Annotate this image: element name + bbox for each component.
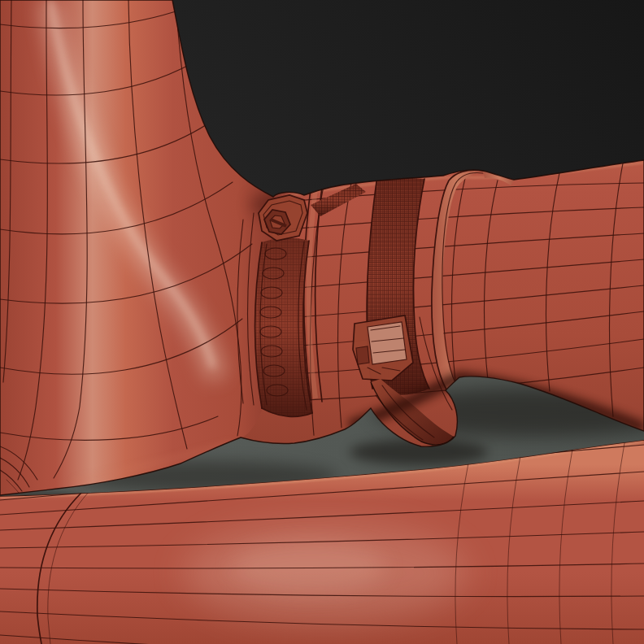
clamp2-worm-screw — [356, 346, 369, 364]
viewport-canvas[interactable] — [0, 0, 644, 644]
viewport-3d[interactable] — [0, 0, 644, 644]
